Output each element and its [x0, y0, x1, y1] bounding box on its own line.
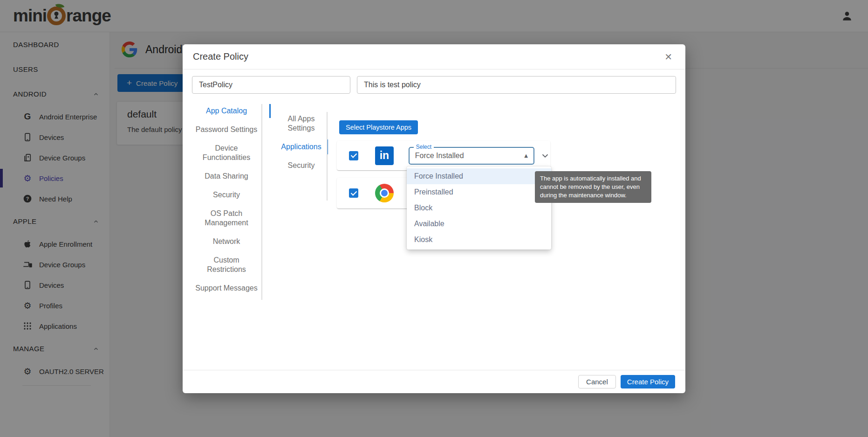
subtab-security[interactable]: Security — [276, 156, 327, 175]
modal-inputs-row — [192, 76, 676, 94]
cancel-button[interactable]: Cancel — [578, 375, 616, 388]
option-preinstalled[interactable]: Preinstalled — [407, 184, 551, 200]
modal-footer: Cancel Create Policy — [183, 370, 685, 393]
modal-header: Create Policy ✕ — [183, 44, 685, 69]
tab-custom-restrictions[interactable]: Custom Restrictions — [192, 251, 261, 279]
chrome-icon — [375, 184, 394, 202]
force-installed-tooltip: The app is automatically installed and c… — [535, 171, 651, 203]
select-value: Force Installed — [415, 152, 464, 160]
tab-os-patch-management[interactable]: OS Patch Management — [192, 204, 261, 232]
subtab-all-apps-settings[interactable]: All Apps Settings — [276, 110, 327, 138]
option-kiosk[interactable]: Kiosk — [407, 232, 551, 248]
app-row-linkedin: in Select Force Installed ▲ — [337, 141, 550, 170]
subtabs-divider — [327, 112, 328, 201]
row-expand-chevron[interactable] — [540, 151, 550, 161]
install-type-dropdown-menu: Force Installed Preinstalled Block Avail… — [407, 166, 551, 250]
select-playstore-apps-button[interactable]: Select Playstore Apps — [339, 120, 418, 134]
policy-description-input[interactable] — [357, 76, 676, 94]
subtab-applications[interactable]: Applications — [276, 138, 327, 156]
linkedin-icon: in — [375, 146, 394, 165]
option-block[interactable]: Block — [407, 200, 551, 216]
modal-title: Create Policy — [193, 51, 248, 62]
policy-section-tabs: App Catalog Password Settings Device Fun… — [192, 102, 261, 298]
close-icon[interactable]: ✕ — [662, 51, 675, 62]
caret-up-icon: ▲ — [524, 153, 528, 158]
tabs-divider — [261, 104, 262, 300]
create-policy-modal: Create Policy ✕ App Catalog Password Set… — [183, 44, 685, 393]
tab-device-functionalities[interactable]: Device Functionalities — [192, 139, 261, 167]
modal-create-policy-button[interactable]: Create Policy — [621, 375, 675, 388]
chevron-down-icon — [540, 151, 550, 161]
chrome-checkbox[interactable] — [349, 188, 358, 198]
option-force-installed[interactable]: Force Installed — [407, 168, 551, 184]
install-type-select[interactable]: Select Force Installed ▲ — [409, 147, 534, 165]
tab-network[interactable]: Network — [192, 232, 261, 251]
select-label: Select — [414, 144, 434, 150]
tab-security[interactable]: Security — [192, 186, 261, 204]
linkedin-checkbox[interactable] — [349, 151, 358, 160]
tab-support-messages[interactable]: Support Messages — [192, 279, 261, 298]
tab-password-settings[interactable]: Password Settings — [192, 120, 261, 139]
tab-data-sharing[interactable]: Data Sharing — [192, 167, 261, 186]
app-catalog-subtabs: All Apps Settings Applications Security — [276, 110, 327, 175]
option-available[interactable]: Available — [407, 216, 551, 232]
policy-name-input[interactable] — [192, 76, 350, 94]
tab-app-catalog[interactable]: App Catalog — [192, 102, 261, 120]
